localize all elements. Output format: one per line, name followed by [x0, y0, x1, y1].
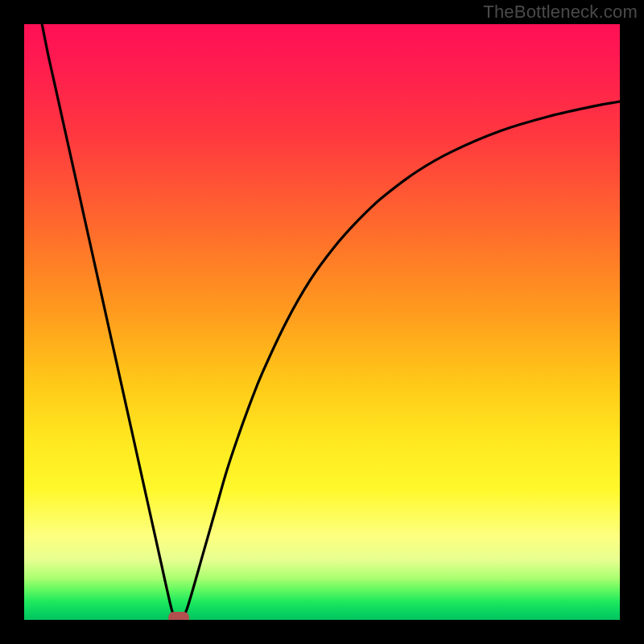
plot-area [24, 24, 620, 620]
attribution-text: TheBottleneck.com [483, 2, 638, 23]
bottleneck-curve [24, 24, 620, 620]
minimum-marker [168, 612, 189, 620]
chart-frame: TheBottleneck.com [0, 0, 644, 644]
